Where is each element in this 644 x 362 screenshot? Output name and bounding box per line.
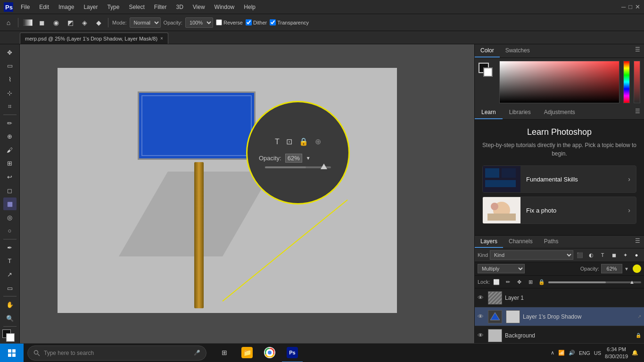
filter-adjust-icon[interactable]: ◐ bbox=[586, 250, 596, 260]
lock-all[interactable]: 🔒 bbox=[537, 277, 546, 287]
home-button[interactable]: ⌂ bbox=[3, 17, 14, 28]
gradient-tool[interactable]: ▦ bbox=[3, 197, 17, 210]
gradient-type-angle[interactable]: ◩ bbox=[65, 17, 76, 28]
layer-item[interactable]: 👁 Layer 1 bbox=[475, 288, 644, 307]
menu-image[interactable]: Image bbox=[55, 3, 78, 11]
history-brush[interactable]: ↩ bbox=[3, 171, 17, 183]
color-spectrum[interactable] bbox=[623, 61, 630, 103]
layer-item-bg[interactable]: 👁 Background 🔒 bbox=[475, 326, 644, 345]
layer-item-active[interactable]: 👁 Layer 1's Drop Shadow ↗ bbox=[475, 307, 644, 326]
color-swatches[interactable] bbox=[2, 329, 17, 343]
dodge-tool[interactable]: ○ bbox=[3, 224, 17, 237]
taskbar-network[interactable]: 📶 bbox=[558, 350, 565, 356]
gradient-type-reflected[interactable]: ◈ bbox=[79, 17, 90, 28]
lock-artboard[interactable]: ⊞ bbox=[526, 277, 535, 287]
color-alpha-strip[interactable] bbox=[634, 61, 640, 103]
tab-learn[interactable]: Learn bbox=[475, 106, 503, 119]
menu-edit[interactable]: Edit bbox=[35, 3, 53, 11]
menu-help[interactable]: Help bbox=[240, 3, 259, 11]
shape-tool[interactable]: ▭ bbox=[3, 282, 17, 295]
menu-file[interactable]: File bbox=[17, 3, 33, 11]
transparency-checkbox[interactable] bbox=[270, 19, 276, 25]
reverse-checkbox[interactable] bbox=[216, 19, 222, 25]
lock-image[interactable]: ✏ bbox=[503, 277, 512, 287]
taskbar-time-display[interactable]: 6:34 PM 8/30/2019 bbox=[605, 346, 628, 360]
zoom-opacity-slider[interactable] bbox=[265, 166, 331, 168]
color-panel-menu[interactable]: ☰ bbox=[631, 44, 644, 58]
learn-panel-menu[interactable]: ☰ bbox=[631, 106, 644, 119]
tab-paths[interactable]: Paths bbox=[538, 236, 564, 248]
taskbar-file-explorer[interactable]: 📁 bbox=[237, 344, 257, 362]
background-color[interactable] bbox=[483, 67, 493, 77]
menu-type[interactable]: Type bbox=[103, 3, 123, 11]
menu-select[interactable]: Select bbox=[125, 3, 148, 11]
taskbar-notification[interactable]: 🔔 bbox=[632, 350, 638, 356]
eyedropper-tool[interactable]: ✏ bbox=[3, 117, 17, 130]
opacity-select[interactable]: 100% bbox=[185, 17, 213, 28]
layer-visibility-1[interactable]: 👁 bbox=[478, 294, 485, 301]
start-button[interactable] bbox=[0, 344, 24, 362]
gradient-type-radial[interactable]: ◉ bbox=[50, 17, 62, 28]
opacity-dropdown-arrow[interactable]: ▼ bbox=[624, 266, 629, 272]
filter-pixel-icon[interactable]: ⬛ bbox=[575, 250, 585, 260]
window-maximize[interactable]: □ bbox=[628, 3, 632, 10]
text-tool[interactable]: T bbox=[3, 255, 17, 268]
blend-mode-layers[interactable]: Multiply bbox=[478, 264, 525, 273]
lock-transparency[interactable]: ⬜ bbox=[492, 277, 501, 287]
menu-filter[interactable]: Filter bbox=[150, 3, 171, 11]
filter-active[interactable]: ● bbox=[632, 250, 641, 260]
zoom-tool[interactable]: 🔍 bbox=[3, 312, 17, 325]
color-gradient-picker[interactable] bbox=[499, 61, 619, 103]
healing-brush[interactable]: ⊕ bbox=[3, 130, 17, 143]
kind-select[interactable]: Kind bbox=[490, 250, 573, 260]
tab-color[interactable]: Color bbox=[475, 44, 500, 58]
window-close[interactable]: ✕ bbox=[635, 3, 640, 10]
lasso-tool[interactable]: ⌇ bbox=[3, 73, 17, 86]
taskbar-up-arrow[interactable]: ∧ bbox=[551, 350, 554, 356]
taskbar-volume[interactable]: 🔊 bbox=[569, 350, 575, 356]
path-select[interactable]: ↗ bbox=[3, 268, 17, 281]
menu-view[interactable]: View bbox=[189, 3, 209, 11]
taskbar-task-view[interactable]: ⊞ bbox=[214, 344, 235, 362]
move-tool[interactable]: ✥ bbox=[3, 46, 17, 59]
learn-card-fix-photo[interactable]: Fix a photo › bbox=[482, 197, 636, 224]
tab-libraries[interactable]: Libraries bbox=[503, 106, 537, 119]
opacity-value-layers[interactable] bbox=[601, 264, 622, 273]
window-minimize[interactable]: ─ bbox=[621, 3, 626, 10]
crop-tool[interactable]: ⌗ bbox=[3, 100, 17, 113]
tab-close-button[interactable]: × bbox=[160, 36, 163, 41]
dither-checkbox[interactable] bbox=[246, 19, 252, 25]
zoom-opacity-dropdown[interactable]: ▼ bbox=[306, 156, 311, 161]
document-tab[interactable]: merp.psd @ 25% (Layer 1's Drop Shadow, L… bbox=[20, 33, 168, 44]
tab-swatches[interactable]: Swatches bbox=[500, 44, 536, 58]
stamp-tool[interactable]: ⊞ bbox=[3, 157, 17, 170]
fg-bg-colors[interactable] bbox=[479, 63, 495, 78]
taskbar-search-box[interactable]: Type here to search 🎤 bbox=[27, 346, 206, 361]
layer-visibility-2[interactable]: 👁 bbox=[478, 313, 485, 320]
hand-tool[interactable]: ✋ bbox=[3, 298, 17, 311]
magic-wand-tool[interactable]: ⊹ bbox=[3, 87, 17, 99]
gradient-type-linear[interactable]: ◼ bbox=[36, 17, 48, 28]
eraser-tool[interactable]: ◻ bbox=[3, 184, 17, 197]
filter-type-icon[interactable]: T bbox=[598, 250, 607, 260]
select-rectangular[interactable]: ▭ bbox=[3, 60, 17, 73]
taskbar-chrome[interactable] bbox=[259, 344, 280, 362]
menu-window[interactable]: Window bbox=[211, 3, 239, 11]
layers-panel-menu[interactable]: ☰ bbox=[631, 236, 644, 248]
gradient-type-diamond[interactable]: ◆ bbox=[93, 17, 104, 28]
tab-channels[interactable]: Channels bbox=[503, 236, 538, 248]
menu-layer[interactable]: Layer bbox=[80, 3, 101, 11]
tab-adjustments[interactable]: Adjustments bbox=[537, 106, 582, 119]
tab-layers[interactable]: Layers bbox=[475, 236, 503, 248]
opacity-slider-track[interactable]: ▲ bbox=[548, 281, 641, 283]
blend-mode-select[interactable]: Normal bbox=[130, 17, 161, 28]
menu-3d[interactable]: 3D bbox=[172, 3, 187, 11]
lock-position[interactable]: ✥ bbox=[514, 277, 524, 287]
blur-tool[interactable]: ◎ bbox=[3, 211, 17, 224]
filter-shape-icon[interactable]: ◼ bbox=[609, 250, 619, 260]
gradient-preview[interactable] bbox=[22, 17, 33, 28]
layer-visibility-3[interactable]: 👁 bbox=[478, 332, 485, 339]
filter-smart-icon[interactable]: ✦ bbox=[620, 250, 630, 260]
brush-tool[interactable]: 🖌 bbox=[3, 144, 17, 156]
pen-tool[interactable]: ✒ bbox=[3, 241, 17, 254]
